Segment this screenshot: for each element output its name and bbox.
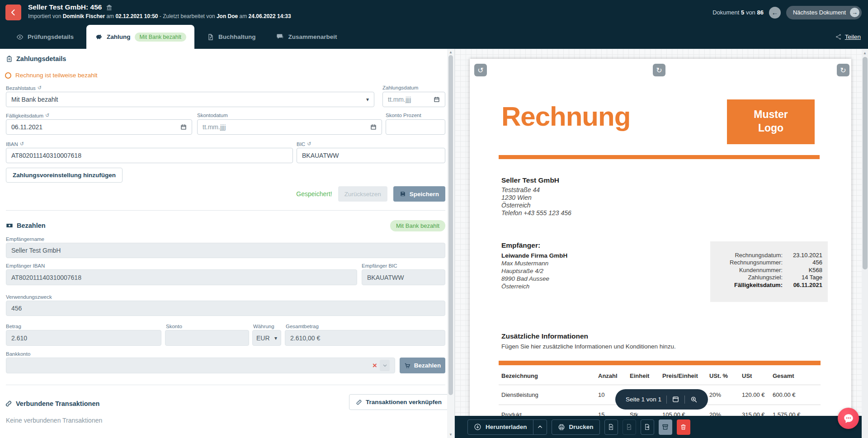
skontodatum-input[interactable]: tt.mm.jjjj — [197, 119, 382, 135]
bic-input[interactable]: BKAUATWW — [297, 148, 445, 163]
calendar-icon[interactable] — [434, 96, 440, 103]
download-options-button[interactable] — [533, 420, 547, 434]
page-thumbnails-button[interactable] — [672, 396, 679, 403]
scrollbar-thumb[interactable] — [863, 57, 868, 269]
floppy-disk-icon — [400, 191, 406, 197]
history-icon: ↺ — [38, 85, 42, 91]
link-icon — [356, 399, 362, 405]
extra-info-heading: Zusätzliche Informationen — [501, 332, 588, 340]
attach-file-button[interactable] — [604, 419, 618, 435]
empfaenger-bic-label: Empfänger BIC — [362, 263, 397, 268]
zahlungsdatum-input[interactable]: tt.mm.jjjj — [382, 92, 445, 107]
gesamtbetrag-label: Gesamtbetrag — [286, 324, 319, 329]
delete-button[interactable] — [677, 419, 690, 435]
scroll-up-icon[interactable]: ▲ — [449, 50, 453, 54]
print-button[interactable]: Drucken — [552, 419, 600, 435]
faelligkeitsdatum-input[interactable]: 06.11.2021 — [6, 119, 192, 135]
reset-button: Zurücksetzen — [338, 186, 387, 202]
download-button[interactable]: Herunterladen — [468, 420, 533, 434]
history-icon: ↺ — [45, 113, 49, 118]
link-transactions-button[interactable]: Transaktionen verknüpfen — [349, 394, 448, 410]
document-title-block: Seller Test GmbH: 456 Importiert von Dom… — [28, 3, 291, 19]
scroll-down-icon[interactable]: ▼ — [449, 433, 453, 437]
bankkonto-select[interactable]: × — [6, 358, 395, 373]
tab-buchhaltung[interactable]: Buchhaltung — [199, 25, 264, 49]
scrollbar-thumb[interactable] — [448, 55, 453, 395]
banknote-icon — [6, 222, 13, 229]
seller-address-block: Seller Test GmbH Teststraße 44 1230 Wien… — [501, 176, 571, 217]
pay-button[interactable]: Bezahlen — [400, 358, 445, 373]
skonto-prozent-input[interactable] — [386, 119, 445, 135]
section-divider — [6, 210, 445, 211]
extra-info-text: Fügen Sie hier zusätzliche Informationen… — [501, 343, 676, 350]
payment-details-heading: Zahlungsdetails — [6, 55, 66, 62]
save-button[interactable]: Speichern — [393, 186, 445, 202]
invoice-logo: Muster Logo — [727, 99, 815, 144]
verwendungszweck-label: Verwendungszweck — [6, 294, 52, 300]
share-icon — [835, 33, 842, 40]
save-row: Gespeichert! Zurücksetzen Speichern — [296, 186, 445, 202]
left-panel-scrollbar[interactable]: ▲ ▼ — [447, 49, 454, 438]
document-navigation: Dokument 5 von 86 ← Nächstes Dokument → — [712, 0, 862, 25]
empfaenger-iban-input: AT802011140310007618 — [6, 269, 357, 285]
file-check-icon — [626, 424, 632, 430]
chevron-down-icon[interactable] — [380, 360, 390, 371]
transactions-heading: Verbundene Transaktionen — [5, 400, 99, 407]
share-link[interactable]: Teilen — [835, 25, 861, 49]
iban-input[interactable]: AT802011140310007618 — [6, 148, 293, 163]
clipboard-icon — [6, 56, 13, 62]
history-icon: ↺ — [307, 141, 311, 147]
rotate-right-button[interactable]: ↻ — [837, 64, 849, 76]
page-title: Seller Test GmbH: 456 — [28, 3, 102, 11]
bic-label: BIC↺ — [297, 141, 311, 147]
export-file-button[interactable] — [641, 419, 654, 435]
chat-widget-button[interactable] — [838, 408, 859, 429]
tab-status-badge: Mit Bank bezahlt — [135, 33, 186, 42]
gesamtbetrag-input: 2.610,00 € — [285, 330, 445, 346]
add-payment-preset-button[interactable]: Zahlungsvoreinstellung hinzufügen — [6, 168, 123, 183]
clear-x-icon[interactable]: × — [370, 361, 380, 370]
status-circle-icon — [5, 72, 11, 79]
pdf-preview-panel: Rechnung Muster Logo Seller Test GmbH Te… — [454, 49, 868, 438]
waehrung-select: EUR▾ — [252, 330, 281, 346]
betrag-input: 2.610 — [6, 330, 161, 346]
file-export-icon — [644, 424, 651, 430]
skontodatum-label: Skontodatum — [197, 113, 228, 118]
tab-zusammenarbeit[interactable]: Zusammenarbeit — [268, 25, 345, 49]
refresh-button[interactable]: ↻ — [653, 64, 665, 76]
empfaengername-input: Seller Test GmbH — [6, 243, 445, 258]
tab-zahlung[interactable]: Zahlung Mit Bank bezahlt — [86, 25, 194, 49]
rotate-left-button[interactable]: ↺ — [474, 64, 487, 76]
previous-document-button[interactable]: ← — [769, 7, 781, 19]
eye-icon — [16, 33, 24, 41]
calendar-icon[interactable] — [370, 124, 377, 130]
next-document-button[interactable]: Nächstes Dokument → — [786, 6, 862, 19]
archive-button[interactable] — [659, 419, 672, 435]
bankkonto-label: Bankkonto — [6, 351, 30, 357]
betrag-label: Betrag — [6, 324, 21, 329]
bezahlstatus-select[interactable]: Mit Bank bezahlt▾ — [6, 92, 374, 107]
rotate-right-icon: ↻ — [840, 66, 846, 75]
history-icon: ↺ — [20, 141, 24, 147]
scroll-up-icon[interactable]: ▲ — [863, 51, 867, 55]
piggy-bank-icon — [94, 33, 103, 41]
printer-icon — [558, 424, 565, 431]
pdf-scrollbar[interactable]: ▲ — [862, 49, 868, 438]
orange-divider-bar — [499, 155, 820, 159]
caret-down-icon: ▾ — [274, 335, 277, 341]
page-indicator: Seite 1 von 1 — [615, 389, 708, 410]
chat-bubble-icon — [843, 413, 854, 424]
skonto-prozent-label: Skonto Prozent — [386, 113, 421, 118]
payment-status-message: Rechnung ist teilweise bezahlt — [5, 72, 98, 79]
section-divider — [6, 385, 445, 385]
calendar-icon[interactable] — [180, 124, 187, 130]
back-button[interactable] — [5, 5, 21, 20]
zoom-in-button[interactable] — [690, 396, 698, 403]
pay-status-badge: Mit Bank bezahlt — [390, 220, 445, 231]
tab-bar: Prüfungsdetails Zahlung Mit Bank bezahlt… — [0, 25, 868, 49]
invoice-meta-box: Rechnungsdatum:23.10.2021 Rechnungsnumme… — [710, 241, 828, 302]
pay-heading: Bezahlen — [6, 222, 46, 229]
tab-pruefungsdetails[interactable]: Prüfungsdetails — [8, 25, 82, 49]
invoice-page: Rechnung Muster Logo Seller Test GmbH Te… — [470, 59, 851, 438]
no-transactions-message: Keine verbundenen Transaktionen — [6, 417, 102, 424]
